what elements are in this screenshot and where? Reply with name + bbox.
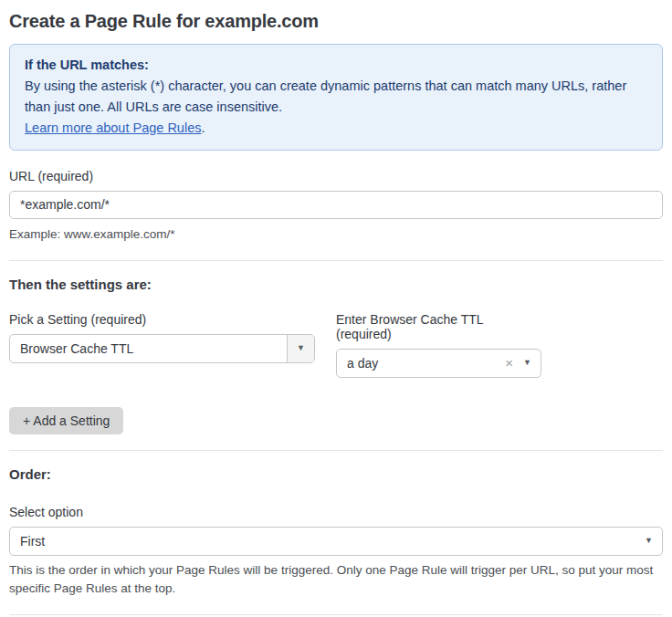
add-setting-row: + Add a Setting: [9, 407, 663, 434]
info-box-body: By using the asterisk (*) character, you…: [25, 76, 647, 118]
ttl-select-value: a day: [337, 356, 505, 371]
order-select-label: Select option: [9, 505, 663, 519]
ttl-select-column: Enter Browser Cache TTL (required) a day…: [336, 312, 541, 378]
divider: [9, 614, 663, 615]
url-helper-text: Example: www.example.com/*: [9, 225, 663, 245]
url-field-label: URL (required): [9, 169, 663, 183]
info-box-body-text: By using the asterisk (*) character, you…: [25, 78, 626, 114]
divider: [9, 260, 663, 261]
clear-icon[interactable]: ×: [505, 356, 521, 370]
page-rule-form: Create a Page Rule for example.com If th…: [0, 11, 672, 617]
setting-select[interactable]: Browser Cache TTL ▼: [9, 334, 315, 363]
divider: [9, 450, 663, 451]
info-box-link-line: Learn more about Page Rules.: [25, 118, 647, 139]
url-match-info-box: If the URL matches: By using the asteris…: [9, 44, 663, 151]
ttl-select-label: Enter Browser Cache TTL (required): [336, 312, 541, 341]
chevron-down-icon[interactable]: ▼: [521, 359, 541, 367]
add-setting-button[interactable]: + Add a Setting: [9, 407, 123, 434]
info-box-heading: If the URL matches:: [25, 55, 647, 76]
order-select[interactable]: First ▼: [9, 527, 663, 556]
link-suffix: .: [201, 120, 205, 135]
settings-section-heading: Then the settings are:: [9, 277, 663, 292]
chevron-down-icon: ▼: [297, 344, 305, 352]
chevron-down-icon: ▼: [643, 537, 662, 545]
setting-select-caret-section[interactable]: ▼: [287, 335, 314, 362]
learn-more-link[interactable]: Learn more about Page Rules: [25, 120, 201, 135]
setting-select-column: Pick a Setting (required) Browser Cache …: [9, 312, 315, 378]
settings-row: Pick a Setting (required) Browser Cache …: [9, 312, 663, 378]
order-section-heading: Order:: [9, 466, 663, 482]
order-select-value: First: [10, 534, 643, 549]
setting-select-value: Browser Cache TTL: [10, 341, 287, 356]
url-input[interactable]: [9, 191, 663, 219]
order-helper-text: This is the order in which your Page Rul…: [9, 561, 663, 600]
setting-select-label: Pick a Setting (required): [9, 312, 315, 327]
ttl-select[interactable]: a day × ▼: [336, 349, 541, 378]
page-title: Create a Page Rule for example.com: [9, 11, 663, 32]
